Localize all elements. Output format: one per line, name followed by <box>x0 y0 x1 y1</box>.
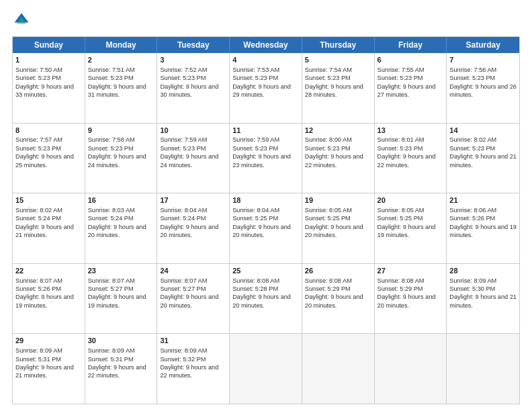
day-number: 11 <box>232 126 299 136</box>
day-number: 4 <box>232 55 299 65</box>
sunrise-time: Sunrise: 7:56 AM <box>449 66 496 73</box>
sunset-time: Sunset: 5:25 PM <box>378 215 423 222</box>
calendar-row: 8Sunrise: 7:57 AMSunset: 5:23 PMDaylight… <box>13 123 519 193</box>
sunset-time: Sunset: 5:23 PM <box>160 145 206 152</box>
sunset-time: Sunset: 5:23 PM <box>232 145 278 152</box>
sunrise-time: Sunrise: 8:08 AM <box>232 277 279 284</box>
daylight-hours: Daylight: 9 hours and 27 minutes. <box>378 83 436 98</box>
daylight-hours: Daylight: 9 hours and 20 minutes. <box>160 224 218 238</box>
sunrise-time: Sunrise: 7:54 AM <box>305 66 352 73</box>
day-number: 26 <box>305 266 371 276</box>
weekday-header: Monday <box>85 37 158 53</box>
sunset-time: Sunset: 5:26 PM <box>15 285 61 292</box>
daylight-hours: Daylight: 9 hours and 20 minutes. <box>232 293 291 308</box>
daylight-hours: Daylight: 9 hours and 20 minutes. <box>88 224 146 238</box>
calendar-cell: 8Sunrise: 7:57 AMSunset: 5:23 PMDaylight… <box>13 124 85 193</box>
day-number: 22 <box>15 266 82 276</box>
calendar-cell: 4Sunrise: 7:53 AMSunset: 5:23 PMDaylight… <box>230 53 302 123</box>
sunset-time: Sunset: 5:23 PM <box>88 75 134 81</box>
weekday-header: Sunday <box>13 37 85 53</box>
sunrise-time: Sunrise: 8:02 AM <box>15 207 62 214</box>
sunrise-time: Sunrise: 8:01 AM <box>378 136 425 143</box>
calendar-cell: 17Sunrise: 8:04 AMSunset: 5:24 PMDayligh… <box>157 193 230 263</box>
daylight-hours: Daylight: 9 hours and 21 minutes. <box>15 364 74 379</box>
daylight-hours: Daylight: 9 hours and 22 minutes. <box>88 364 146 379</box>
daylight-hours: Daylight: 9 hours and 20 minutes. <box>305 224 363 238</box>
calendar-cell: 13Sunrise: 8:01 AMSunset: 5:23 PMDayligh… <box>375 124 447 193</box>
sunrise-time: Sunrise: 8:02 AM <box>449 136 496 143</box>
sunset-time: Sunset: 5:27 PM <box>160 285 206 292</box>
sunset-time: Sunset: 5:23 PM <box>305 145 351 152</box>
daylight-hours: Daylight: 9 hours and 26 minutes. <box>449 83 517 98</box>
calendar-cell: 18Sunrise: 8:04 AMSunset: 5:25 PMDayligh… <box>230 193 302 263</box>
calendar-cell: 6Sunrise: 7:55 AMSunset: 5:23 PMDaylight… <box>375 53 447 123</box>
calendar-cell: 3Sunrise: 7:52 AMSunset: 5:23 PMDaylight… <box>157 53 230 123</box>
day-number: 7 <box>449 55 517 65</box>
sunrise-time: Sunrise: 8:05 AM <box>305 207 352 214</box>
sunset-time: Sunset: 5:23 PM <box>449 145 495 152</box>
logo <box>12 11 34 30</box>
daylight-hours: Daylight: 9 hours and 23 minutes. <box>232 153 291 168</box>
sunset-time: Sunset: 5:25 PM <box>305 215 351 222</box>
sunrise-time: Sunrise: 8:04 AM <box>160 207 207 214</box>
header <box>12 11 520 30</box>
day-number: 9 <box>88 126 154 136</box>
sunrise-time: Sunrise: 8:07 AM <box>15 277 62 284</box>
calendar-cell: 10Sunrise: 7:59 AMSunset: 5:23 PMDayligh… <box>157 124 230 193</box>
sunrise-time: Sunrise: 7:59 AM <box>160 136 207 143</box>
calendar-cell: 15Sunrise: 8:02 AMSunset: 5:24 PMDayligh… <box>13 193 85 263</box>
sunset-time: Sunset: 5:25 PM <box>232 215 278 222</box>
sunset-time: Sunset: 5:24 PM <box>88 215 134 222</box>
calendar-row: 29Sunrise: 8:09 AMSunset: 5:31 PMDayligh… <box>13 333 519 404</box>
sunset-time: Sunset: 5:23 PM <box>160 75 206 81</box>
weekday-header: Friday <box>375 37 447 53</box>
sunset-time: Sunset: 5:23 PM <box>378 145 423 152</box>
day-number: 3 <box>160 55 226 65</box>
sunrise-time: Sunrise: 8:08 AM <box>305 277 352 284</box>
sunset-time: Sunset: 5:29 PM <box>378 285 423 292</box>
day-number: 12 <box>305 126 371 136</box>
sunrise-time: Sunrise: 8:07 AM <box>160 277 207 284</box>
weekday-header: Wednesday <box>230 37 302 53</box>
daylight-hours: Daylight: 9 hours and 19 minutes. <box>449 224 517 238</box>
page: SundayMondayTuesdayWednesdayThursdayFrid… <box>0 0 532 411</box>
calendar-cell: 19Sunrise: 8:05 AMSunset: 5:25 PMDayligh… <box>302 193 375 263</box>
daylight-hours: Daylight: 9 hours and 20 minutes. <box>160 293 218 308</box>
calendar-cell: 24Sunrise: 8:07 AMSunset: 5:27 PMDayligh… <box>157 264 230 334</box>
sunrise-time: Sunrise: 8:09 AM <box>88 347 135 354</box>
sunset-time: Sunset: 5:24 PM <box>160 215 206 222</box>
sunrise-time: Sunrise: 8:09 AM <box>449 277 496 284</box>
day-number: 14 <box>449 126 517 136</box>
sunset-time: Sunset: 5:23 PM <box>378 75 423 81</box>
calendar-cell <box>302 334 375 404</box>
daylight-hours: Daylight: 9 hours and 28 minutes. <box>305 83 363 98</box>
daylight-hours: Daylight: 9 hours and 21 minutes. <box>449 293 517 308</box>
sunrise-time: Sunrise: 7:53 AM <box>232 66 279 73</box>
calendar-cell: 25Sunrise: 8:08 AMSunset: 5:28 PMDayligh… <box>230 264 302 334</box>
day-number: 25 <box>232 266 299 276</box>
calendar-cell: 5Sunrise: 7:54 AMSunset: 5:23 PMDaylight… <box>302 53 375 123</box>
calendar-body: 1Sunrise: 7:50 AMSunset: 5:23 PMDaylight… <box>13 53 519 404</box>
sunset-time: Sunset: 5:30 PM <box>449 285 495 292</box>
calendar-cell: 14Sunrise: 8:02 AMSunset: 5:23 PMDayligh… <box>447 124 519 193</box>
calendar-cell: 2Sunrise: 7:51 AMSunset: 5:23 PMDaylight… <box>85 53 158 123</box>
day-number: 24 <box>160 266 226 276</box>
sunrise-time: Sunrise: 8:09 AM <box>160 347 207 354</box>
calendar-cell <box>375 334 447 404</box>
day-number: 6 <box>378 55 444 65</box>
day-number: 31 <box>160 336 226 346</box>
calendar-cell <box>447 334 519 404</box>
daylight-hours: Daylight: 9 hours and 19 minutes. <box>88 293 146 308</box>
sunset-time: Sunset: 5:23 PM <box>15 145 61 152</box>
sunset-time: Sunset: 5:23 PM <box>305 75 351 81</box>
calendar-cell: 20Sunrise: 8:05 AMSunset: 5:25 PMDayligh… <box>375 193 447 263</box>
daylight-hours: Daylight: 9 hours and 31 minutes. <box>88 83 146 98</box>
day-number: 16 <box>88 195 154 205</box>
day-number: 27 <box>378 266 444 276</box>
day-number: 23 <box>88 266 154 276</box>
day-number: 20 <box>378 195 444 205</box>
calendar-cell: 1Sunrise: 7:50 AMSunset: 5:23 PMDaylight… <box>13 53 85 123</box>
sunrise-time: Sunrise: 7:51 AM <box>88 66 135 73</box>
calendar-cell: 28Sunrise: 8:09 AMSunset: 5:30 PMDayligh… <box>447 264 519 334</box>
sunset-time: Sunset: 5:26 PM <box>449 215 495 222</box>
